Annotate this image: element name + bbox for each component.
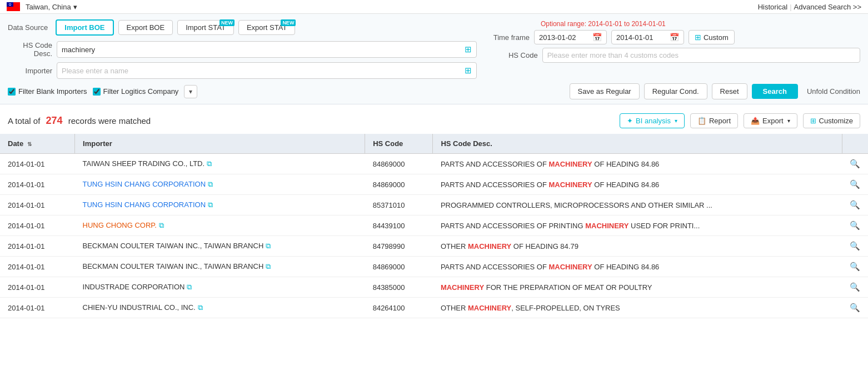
hs-code-desc-row: HS CodeDesc. ⊞ bbox=[8, 41, 477, 58]
advanced-search-link[interactable]: Advanced Search >> bbox=[794, 3, 861, 11]
unfold-condition-label[interactable]: Unfold Condition bbox=[807, 87, 860, 96]
report-button[interactable]: 📋 Report bbox=[690, 113, 738, 128]
data-table: Date ⇅ Importer HS Code HS Code Desc. 20… bbox=[0, 134, 868, 318]
importer-link[interactable]: CHIEN-YU INDUSTRIAL CO., INC. bbox=[83, 303, 196, 312]
customize-label: Customize bbox=[819, 117, 853, 125]
cell-action: 🔍 bbox=[842, 215, 868, 236]
col-hsdesc: HS Code Desc. bbox=[433, 134, 842, 154]
save-as-regular-button[interactable]: Save as Regular bbox=[570, 83, 640, 99]
table-row: 2014-01-01CHIEN-YU INDUSTRIAL CO., INC.⧉… bbox=[0, 298, 868, 318]
hs-desc-scan-icon[interactable]: ⊞ bbox=[465, 44, 472, 54]
country-chevron-icon: ▾ bbox=[73, 3, 77, 11]
date-from-input[interactable] bbox=[539, 33, 589, 42]
row-search-icon[interactable]: 🔍 bbox=[850, 282, 860, 292]
importer-label: Importer bbox=[8, 67, 52, 75]
importer-copy-icon[interactable]: ⧉ bbox=[208, 180, 213, 188]
bi-chevron-icon: ▾ bbox=[675, 118, 677, 124]
search-button[interactable]: Search bbox=[752, 84, 798, 99]
ds-btn-import-stat[interactable]: Import STAT NEW bbox=[177, 20, 234, 35]
results-count-number: 274 bbox=[46, 115, 63, 126]
table-container: Date ⇅ Importer HS Code HS Code Desc. 20… bbox=[0, 134, 868, 318]
importer-copy-icon[interactable]: ⧉ bbox=[208, 200, 213, 209]
cell-hsdesc: PROGRAMMED CONTROLLERS, MICROPROCESSORS … bbox=[433, 195, 842, 215]
country-selector[interactable]: Taiwan, China ▾ bbox=[26, 3, 77, 11]
cell-hsdesc: PARTS AND ACCESSORIES OF MACHINERY OF HE… bbox=[433, 174, 842, 195]
timeframe-row: Time frame 📅 📅 ⊞ Custom bbox=[493, 30, 860, 44]
importer-copy-icon[interactable]: ⧉ bbox=[159, 221, 164, 229]
desc-highlight: MACHINERY bbox=[468, 242, 511, 250]
date-from-calendar-icon[interactable]: 📅 bbox=[592, 33, 602, 42]
col-importer: Importer bbox=[75, 134, 365, 154]
nav-divider: | bbox=[790, 3, 791, 11]
search-left-col: Data Source Import BOE Export BOE Import… bbox=[8, 19, 477, 79]
importer-link[interactable]: TUNG HSIN CHANG CORPORATION bbox=[83, 200, 206, 209]
desc-highlight: MACHINERY bbox=[548, 181, 592, 189]
reset-button[interactable]: Reset bbox=[712, 83, 747, 99]
importer-link[interactable]: HUNG CHONG CORP. bbox=[83, 221, 157, 229]
date-from-wrap: 📅 bbox=[534, 30, 607, 44]
bi-analysis-label: BI analysis bbox=[636, 117, 671, 125]
timeframe-label-visible: Time frame bbox=[493, 33, 530, 42]
importer-row: Importer ⊞ bbox=[8, 62, 477, 79]
top-nav-right: Historical | Advanced Search >> bbox=[758, 3, 861, 11]
customize-button[interactable]: ⊞ Customize bbox=[803, 113, 860, 128]
cell-importer: TAIWAN SHEEP TRADING CO., LTD.⧉ bbox=[75, 154, 365, 174]
filter-blank-importers-checkbox[interactable] bbox=[8, 88, 16, 96]
importer-copy-icon[interactable]: ⧉ bbox=[266, 242, 271, 250]
importer-link[interactable]: INDUSTRADE CORPORATION bbox=[83, 283, 185, 291]
importer-copy-icon[interactable]: ⧉ bbox=[198, 303, 203, 312]
hs-code-input[interactable] bbox=[547, 51, 855, 59]
row-search-icon[interactable]: 🔍 bbox=[850, 262, 860, 271]
date-to-calendar-icon[interactable]: 📅 bbox=[670, 33, 679, 42]
cell-hscode: 84869000 bbox=[365, 257, 433, 277]
row-search-icon[interactable]: 🔍 bbox=[850, 179, 860, 189]
cell-date: 2014-01-01 bbox=[0, 277, 75, 298]
table-body: 2014-01-01TAIWAN SHEEP TRADING CO., LTD.… bbox=[0, 154, 868, 318]
export-stat-new-badge: NEW bbox=[281, 19, 296, 26]
historical-link[interactable]: Historical bbox=[758, 3, 787, 11]
export-chevron-icon: ▾ bbox=[787, 118, 790, 124]
date-to-input[interactable] bbox=[616, 33, 666, 42]
hs-code-desc-input[interactable] bbox=[62, 46, 461, 54]
importer-copy-icon[interactable]: ⧉ bbox=[266, 262, 271, 270]
importer-link[interactable]: TUNG HSIN CHANG CORPORATION bbox=[83, 180, 206, 188]
ds-btn-export-boe[interactable]: Export BOE bbox=[118, 20, 173, 35]
cell-importer: CHIEN-YU INDUSTRIAL CO., INC.⧉ bbox=[75, 298, 365, 318]
bi-analysis-button[interactable]: ✦ BI analysis ▾ bbox=[620, 113, 685, 128]
cell-hsdesc: MACHINERY FOR THE PREPARATION OF MEAT OR… bbox=[433, 277, 842, 298]
cell-action: 🔍 bbox=[842, 277, 868, 298]
export-label: Export bbox=[762, 117, 784, 125]
importer-copy-icon[interactable]: ⧉ bbox=[187, 283, 192, 291]
importer-input[interactable] bbox=[62, 67, 461, 75]
cell-hscode: 85371010 bbox=[365, 195, 433, 215]
ds-btn-import-boe[interactable]: Import BOE bbox=[56, 19, 113, 36]
regular-cond-button[interactable]: Regular Cond. bbox=[644, 83, 707, 99]
cell-hscode: 84439100 bbox=[365, 215, 433, 236]
export-button[interactable]: 📤 Export ▾ bbox=[744, 113, 797, 128]
importer-link[interactable]: BECKMAN COULTER TAIWAN INC., TAIWAN BRAN… bbox=[83, 262, 264, 270]
cell-importer: BECKMAN COULTER TAIWAN INC., TAIWAN BRAN… bbox=[75, 257, 365, 277]
filter-logitics-company[interactable]: Filter Logitics Company bbox=[93, 87, 179, 96]
row-search-icon[interactable]: 🔍 bbox=[850, 159, 860, 168]
datasource-label: Data Source bbox=[8, 23, 48, 32]
importer-copy-icon[interactable]: ⧉ bbox=[207, 159, 212, 168]
row-search-icon[interactable]: 🔍 bbox=[850, 220, 860, 230]
report-icon: 📋 bbox=[697, 117, 706, 125]
filter-logitics-checkbox[interactable] bbox=[93, 88, 101, 96]
search-right-col: Time frame Optional range: 2014-01-01 to… bbox=[493, 19, 860, 63]
filter-blank-importers[interactable]: Filter Blank Importers bbox=[8, 87, 87, 96]
row-search-icon[interactable]: 🔍 bbox=[850, 200, 860, 209]
date-sort-icon[interactable]: ⇅ bbox=[27, 141, 32, 147]
row-search-icon[interactable]: 🔍 bbox=[850, 303, 860, 312]
custom-button[interactable]: ⊞ Custom bbox=[689, 30, 735, 44]
ds-btn-export-stat[interactable]: Export STAT NEW bbox=[238, 20, 295, 35]
importer-link[interactable]: TAIWAN SHEEP TRADING CO., LTD. bbox=[83, 159, 205, 168]
importer-scan-icon[interactable]: ⊞ bbox=[465, 66, 472, 76]
col-action bbox=[842, 134, 868, 154]
optional-range-note: Optional range: 2014-01-01 to 2014-01-01 bbox=[541, 20, 666, 28]
cell-hscode: 84869000 bbox=[365, 174, 433, 195]
table-row: 2014-01-01INDUSTRADE CORPORATION⧉8438500… bbox=[0, 277, 868, 298]
filter-dropdown-button[interactable]: ▾ bbox=[184, 85, 197, 98]
row-search-icon[interactable]: 🔍 bbox=[850, 241, 860, 250]
importer-link[interactable]: BECKMAN COULTER TAIWAN INC., TAIWAN BRAN… bbox=[83, 242, 264, 250]
